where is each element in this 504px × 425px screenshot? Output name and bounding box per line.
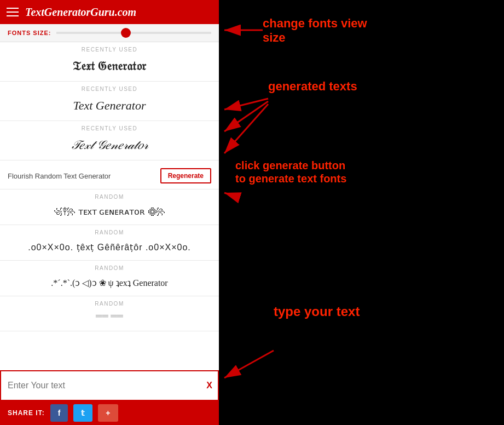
font-size-bar: FONTS SIZE: (0, 24, 219, 42)
facebook-share-button[interactable]: f (50, 404, 68, 422)
twitter-share-button[interactable]: 𝕥 (73, 404, 92, 422)
annotation-generated-texts: generated texts (268, 79, 357, 94)
share-bar: SHARE IT: f 𝕥 + (0, 401, 219, 425)
font-size-slider[interactable] (56, 32, 211, 34)
recently-used-label-3: RECENTLY USED (0, 121, 219, 134)
content-area[interactable]: RECENTLY USED 𝔗𝔢𝔵𝔱 𝔊𝔢𝔫𝔢𝔯𝔞𝔱𝔬𝔯 RECENTLY US… (0, 42, 219, 370)
recently-used-card-2[interactable]: RECENTLY USED Text Generator (0, 82, 219, 121)
recently-used-card-1[interactable]: RECENTLY USED 𝔗𝔢𝔵𝔱 𝔊𝔢𝔫𝔢𝔯𝔞𝔱𝔬𝔯 (0, 42, 219, 82)
clear-input-button[interactable]: X (206, 381, 212, 390)
annotation-click-generate: click generate buttonto generate text fo… (235, 159, 346, 185)
random-preview-2: .o0×X×0o. ṭêxṭ Gêñêrâṭôr .o0×X×0o. (0, 238, 219, 260)
recently-used-preview-1: 𝔗𝔢𝔵𝔱 𝔊𝔢𝔫𝔢𝔯𝔞𝔱𝔬𝔯 (0, 55, 219, 81)
annotation-type-text: type your text (274, 304, 360, 320)
arrows-overlay (219, 0, 504, 425)
random-preview-4: ══ ══ (0, 309, 219, 323)
flourish-section-header: Flourish Random Text Generator Regenerat… (0, 160, 219, 189)
recently-used-preview-2: Text Generator (0, 94, 219, 120)
hamburger-menu[interactable] (7, 8, 19, 16)
random-card-1[interactable]: RANDOM ꧁༒꧂ ᴛᴇxᴛ ɢᴇɴᴇʀᴀᴛᴏʀ ᪥꧂ (0, 189, 219, 225)
share-label: SHARE IT: (8, 409, 45, 417)
random-label-3: RANDOM (0, 261, 219, 273)
annotation-fonts-size: change fonts viewsize (263, 16, 367, 45)
random-card-4[interactable]: RANDOM ══ ══ (0, 296, 219, 331)
left-panel: TextGeneratorGuru.com FONTS SIZE: RECENT… (0, 0, 219, 425)
app-title: TextGeneratorGuru.com (25, 6, 136, 19)
random-preview-1: ꧁༒꧂ ᴛᴇxᴛ ɢᴇɴᴇʀᴀᴛᴏʀ ᪥꧂ (0, 202, 219, 225)
random-label-4: RANDOM (0, 296, 219, 309)
text-input[interactable] (1, 371, 218, 400)
plus-share-button[interactable]: + (98, 404, 118, 422)
recently-used-label-1: RECENTLY USED (0, 42, 219, 55)
random-card-3[interactable]: RANDOM .*´.*`.(ɔ ◁)ɔ ❀ ψ ʇexʇ Generator (0, 261, 219, 296)
random-label-2: RANDOM (0, 225, 219, 238)
random-preview-3: .*´.*`.(ɔ ◁)ɔ ❀ ψ ʇexʇ Generator (0, 273, 219, 296)
flourish-title: Flourish Random Text Generator (8, 172, 111, 180)
recently-used-preview-3: 𝒯𝑒𝓍𝓉 𝒢𝑒𝓃𝑒𝓇𝒶𝓉𝑜𝓇 (0, 134, 219, 160)
text-input-area: X (0, 370, 219, 401)
app-header: TextGeneratorGuru.com (0, 0, 219, 24)
random-card-2[interactable]: RANDOM .o0×X×0o. ṭêxṭ Gêñêrâṭôr .o0×X×0o… (0, 225, 219, 261)
regenerate-button[interactable]: Regenerate (160, 168, 211, 183)
font-size-label: FONTS SIZE: (8, 30, 51, 36)
random-label-1: RANDOM (0, 189, 219, 202)
recently-used-label-2: RECENTLY USED (0, 82, 219, 94)
recently-used-card-3[interactable]: RECENTLY USED 𝒯𝑒𝓍𝓉 𝒢𝑒𝓃𝑒𝓇𝒶𝓉𝑜𝓇 (0, 121, 219, 160)
right-panel: change fonts viewsize generated texts cl… (219, 0, 504, 425)
twitter-icon: 𝕥 (81, 409, 85, 417)
